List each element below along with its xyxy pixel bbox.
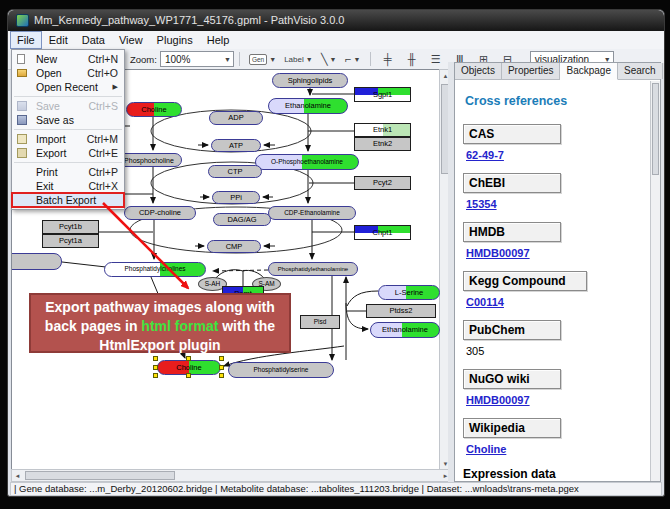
tab-objects[interactable]: Objects: [455, 63, 502, 79]
file-menu-item-save[interactable]: SaveCtrl+S: [12, 99, 124, 113]
menu-data[interactable]: Data: [75, 31, 112, 49]
node-phosphatidylcholines[interactable]: Phosphatidylcholines: [104, 262, 206, 277]
node-atp[interactable]: ATP: [211, 139, 261, 152]
node-ethanolamine-bottom[interactable]: Ethanolamine: [370, 322, 440, 338]
node-ethanolamine-top[interactable]: Ethanolamine: [268, 98, 348, 114]
node-cdp-ethanolamine[interactable]: CDP-Ethanolamine: [268, 206, 356, 220]
node-cdp-choline[interactable]: CDP-choline: [124, 206, 196, 220]
chevron-down-icon: ▼: [330, 56, 337, 63]
node-etnk1[interactable]: Etnk1: [354, 123, 411, 137]
menu-view[interactable]: View: [112, 31, 150, 49]
zoom-combobox[interactable]: 100% ▼: [160, 51, 234, 67]
xref-header: ChEBI: [463, 173, 561, 193]
node-etnk2[interactable]: Etnk2: [354, 137, 411, 151]
node-phosphocholine[interactable]: Phosphocholine: [116, 153, 182, 167]
menu-item-label: Open: [36, 67, 62, 79]
tab-legend[interactable]: Legend: [663, 63, 665, 79]
window-title: Mm_Kennedy_pathway_WP1771_45176.gpml - P…: [34, 10, 344, 31]
connector-tool-button[interactable]: ⌐ ▼: [342, 50, 364, 68]
line-tool-button[interactable]: ╲ ▼: [318, 50, 340, 68]
menu-item-shortcut: Ctrl+O: [79, 67, 118, 79]
tab-properties[interactable]: Properties: [502, 63, 561, 79]
menu-separator: [14, 129, 122, 130]
menu-separator: [14, 162, 122, 163]
node-pcyt2[interactable]: Pcyt2: [354, 176, 411, 190]
menu-item-shortcut: Ctrl+M: [79, 133, 118, 145]
align-center-x-button[interactable]: ╪: [377, 50, 399, 68]
selection-handle[interactable]: [219, 356, 224, 361]
node-choline-top[interactable]: Choline: [126, 102, 182, 117]
xref-value: HMDB00097: [466, 394, 650, 406]
node-pcyt1a[interactable]: Pcyt1a: [42, 234, 99, 248]
node-ppi[interactable]: PPi: [212, 191, 260, 204]
xref-section-chebi: ChEBI15354: [463, 173, 650, 210]
xref-link-15354[interactable]: 15354: [466, 198, 497, 210]
menu-file[interactable]: File: [10, 31, 42, 49]
xref-link-62-49-7[interactable]: 62-49-7: [466, 149, 504, 161]
selection-handle[interactable]: [153, 356, 158, 361]
file-menu-item-batch-export[interactable]: Batch Export: [12, 193, 124, 207]
selection-handle[interactable]: [219, 365, 224, 370]
menu-item-label: Save as: [36, 114, 74, 126]
node-o-phosphoethanolamine[interactable]: O-Phosphoethanolamine: [255, 154, 359, 170]
chevron-down-icon: ▼: [306, 56, 313, 63]
gene-tool-button[interactable]: Gen ▼: [246, 50, 279, 68]
menu-item-label: Save: [36, 100, 60, 112]
file-menu-item-import[interactable]: ImportCtrl+M: [12, 132, 124, 146]
label-tool-button[interactable]: Label ▼: [281, 50, 316, 68]
canvas-horizontal-scrollbar[interactable]: ◄ ►: [11, 469, 452, 482]
node-chpt1[interactable]: Chpt1: [354, 225, 411, 240]
node-dag[interactable]: DAG/AG: [213, 213, 271, 226]
xref-link-hmdb00097[interactable]: HMDB00097: [466, 394, 530, 406]
scrollbar-thumb[interactable]: [652, 83, 659, 175]
title-bar[interactable]: Mm_Kennedy_pathway_WP1771_45176.gpml - P…: [8, 10, 664, 31]
xref-value: HMDB00097: [466, 247, 650, 259]
tab-backpage[interactable]: Backpage: [560, 63, 617, 80]
file-menu-item-save-as[interactable]: Save as: [12, 113, 124, 127]
node-phosphatidylserine[interactable]: Phosphatidylserine: [228, 362, 334, 378]
stack-vertical-button[interactable]: ☰: [425, 50, 447, 68]
selection-handle[interactable]: [186, 373, 191, 378]
scroll-left-icon[interactable]: ◄: [12, 470, 23, 481]
file-menu-item-open[interactable]: OpenCtrl+O: [12, 66, 124, 80]
xref-link-c00114[interactable]: C00114: [466, 296, 504, 308]
side-panel: ObjectsPropertiesBackpageSearchLegend Cr…: [454, 62, 661, 482]
node-ctp[interactable]: CTP: [208, 165, 262, 178]
align-center-y-button[interactable]: ╫: [401, 50, 423, 68]
selection-handle[interactable]: [219, 373, 224, 378]
menu-item-label: Batch Export: [36, 194, 96, 206]
xref-value: C00114: [466, 296, 650, 308]
file-menu-item-exit[interactable]: ExitCtrl+X: [12, 179, 124, 193]
selection-handle[interactable]: [153, 365, 158, 370]
menu-plugins[interactable]: Plugins: [150, 31, 200, 49]
file-menu-item-new[interactable]: NewCtrl+N: [12, 52, 124, 66]
file-menu-item-export[interactable]: ExportCtrl+E: [12, 146, 124, 160]
xref-header: NuGO wiki: [463, 369, 561, 389]
node-sgpl1[interactable]: Sgpl1: [354, 87, 411, 102]
pathway-edge: [346, 303, 368, 329]
xref-header: CAS: [463, 124, 561, 144]
zoom-label: Zoom:: [130, 54, 157, 65]
node-adp[interactable]: ADP: [209, 111, 263, 125]
file-menu-item-print[interactable]: PrintCtrl+P: [12, 165, 124, 179]
node-clipped-3[interactable]: [11, 253, 62, 270]
panel-scrollbar[interactable]: [650, 81, 660, 481]
menu-edit[interactable]: Edit: [42, 31, 75, 49]
line-icon: ╲: [321, 53, 328, 66]
node-cmp[interactable]: CMP: [207, 240, 261, 253]
scrollbar-thumb[interactable]: [25, 471, 175, 480]
node-phosphatidylethanolamine[interactable]: Phosphatidylethanolamine: [268, 262, 358, 276]
node-ptdss2[interactable]: Ptdss2: [366, 304, 436, 318]
tab-search[interactable]: Search: [618, 63, 663, 79]
node-pcyt1b[interactable]: Pcyt1b: [42, 220, 99, 234]
chevron-down-icon: ▼: [353, 56, 360, 63]
menu-help[interactable]: Help: [200, 31, 237, 49]
selection-handle[interactable]: [186, 356, 191, 361]
xref-link-hmdb00097[interactable]: HMDB00097: [466, 247, 530, 259]
xref-link-choline[interactable]: Choline: [466, 443, 506, 455]
node-sphingolipids[interactable]: Sphingolipids: [272, 73, 348, 88]
node-l-serine[interactable]: L-Serine: [378, 285, 440, 300]
selection-handle[interactable]: [153, 373, 158, 378]
node-pisd[interactable]: Pisd: [300, 315, 340, 329]
file-menu-item-open-recent[interactable]: Open Recent▶: [12, 80, 124, 94]
